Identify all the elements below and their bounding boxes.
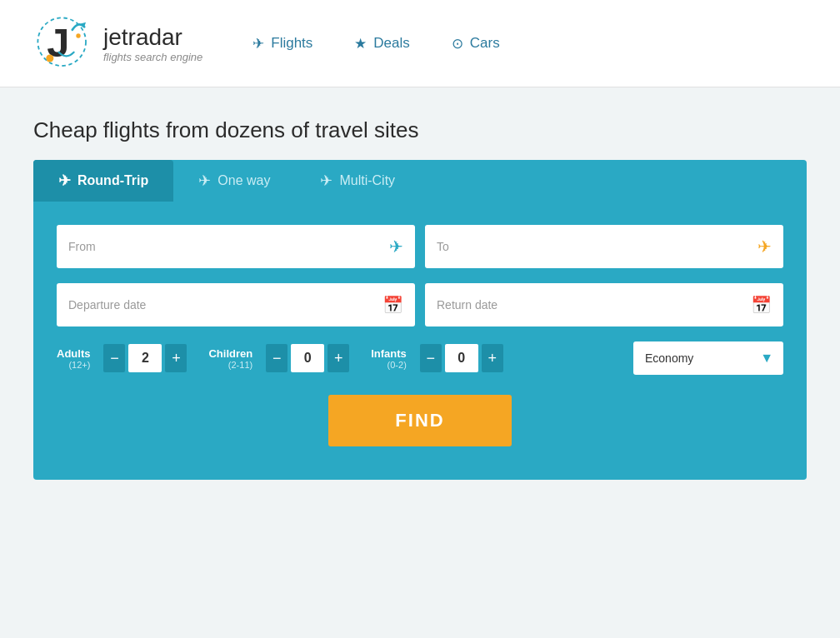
dates-row: 📅 📅: [57, 283, 783, 326]
search-body: ✈ ✈ 📅 📅: [33, 202, 807, 455]
from-field-wrap: ✈: [57, 225, 415, 268]
svg-point-4: [76, 33, 80, 37]
from-plane-icon: ✈: [389, 237, 403, 257]
tab-round-trip[interactable]: ✈ Round-Trip: [33, 160, 173, 202]
to-input[interactable]: [437, 240, 751, 253]
adults-label: Adults: [57, 347, 90, 360]
nav-item-cars[interactable]: ⊙ Cars: [452, 35, 500, 52]
search-widget: ✈ Round-Trip ✈ One way ✈ Multi-City ✈: [33, 160, 807, 480]
children-label: Children: [208, 347, 252, 360]
cabin-class-wrap: Economy Business First Class Premium Eco…: [633, 341, 783, 375]
from-input[interactable]: [68, 240, 382, 253]
logo-name: jetradar: [103, 24, 202, 51]
round-trip-icon: ✈: [58, 172, 71, 190]
one-way-icon: ✈: [198, 172, 211, 190]
logo-text-area: jetradar flights search engine: [103, 24, 202, 63]
to-field-wrap: ✈: [425, 225, 783, 268]
adults-value: 2: [128, 344, 162, 372]
departure-input[interactable]: [68, 298, 376, 312]
adults-increment-button[interactable]: +: [165, 344, 187, 372]
header: J jetradar flights search engine ✈ Fligh…: [0, 0, 840, 87]
children-stepper: − 0 +: [266, 344, 349, 372]
infants-stepper: − 0 +: [420, 344, 503, 372]
nav-cars-label: Cars: [470, 35, 500, 52]
find-button[interactable]: FIND: [328, 395, 511, 446]
tab-round-trip-label: Round-Trip: [78, 173, 148, 188]
children-value: 0: [291, 344, 324, 372]
origin-destination-row: ✈ ✈: [57, 225, 783, 268]
to-plane-icon: ✈: [758, 237, 772, 257]
logo-area: J jetradar flights search engine: [33, 13, 202, 73]
children-sub: (2-11): [228, 360, 252, 370]
find-button-row: FIND: [57, 395, 783, 446]
children-label-group: Children (2-11): [208, 347, 252, 370]
main-content: Cheap flights from dozens of travel site…: [0, 87, 840, 513]
cars-icon: ⊙: [452, 35, 463, 52]
children-increment-button[interactable]: +: [328, 344, 349, 372]
nav-flights-label: Flights: [271, 35, 312, 52]
nav-item-flights[interactable]: ✈ Flights: [252, 35, 312, 52]
logo-icon: J: [33, 13, 93, 73]
infants-label: Infants: [371, 347, 407, 360]
flights-icon: ✈: [252, 35, 264, 52]
adults-decrement-button[interactable]: −: [103, 344, 125, 372]
nav-item-deals[interactable]: ★ Deals: [354, 35, 409, 52]
svg-point-3: [46, 55, 53, 62]
departure-field-wrap: 📅: [57, 283, 415, 326]
departure-calendar-icon: 📅: [382, 295, 403, 315]
tabs: ✈ Round-Trip ✈ One way ✈ Multi-City: [33, 160, 807, 202]
page-headline: Cheap flights from dozens of travel site…: [33, 117, 807, 143]
cabin-class-select[interactable]: Economy Business First Class Premium Eco…: [633, 341, 783, 375]
return-field-wrap: 📅: [425, 283, 783, 326]
return-calendar-icon: 📅: [751, 295, 772, 315]
tab-multi-city[interactable]: ✈ Multi-City: [295, 160, 420, 202]
infants-sub: (0-2): [388, 360, 407, 370]
passengers-row: Adults (12+) − 2 + Children (2-11) − 0 +: [57, 341, 783, 375]
tab-multi-city-label: Multi-City: [339, 173, 395, 188]
adults-label-group: Adults (12+): [57, 347, 90, 370]
logo-tagline: flights search engine: [103, 51, 202, 63]
nav: ✈ Flights ★ Deals ⊙ Cars: [252, 35, 499, 52]
adults-stepper: − 2 +: [103, 344, 187, 372]
infants-decrement-button[interactable]: −: [420, 344, 442, 372]
infants-value: 0: [445, 344, 478, 372]
children-decrement-button[interactable]: −: [266, 344, 288, 372]
tab-one-way-label: One way: [218, 173, 270, 188]
multi-city-icon: ✈: [320, 172, 332, 190]
tab-one-way[interactable]: ✈ One way: [173, 160, 295, 202]
adults-sub: (12+): [68, 360, 90, 370]
infants-label-group: Infants (0-2): [371, 347, 407, 370]
infants-increment-button[interactable]: +: [482, 344, 503, 372]
nav-deals-label: Deals: [373, 35, 409, 52]
deals-icon: ★: [354, 35, 367, 52]
return-input[interactable]: [437, 298, 744, 312]
